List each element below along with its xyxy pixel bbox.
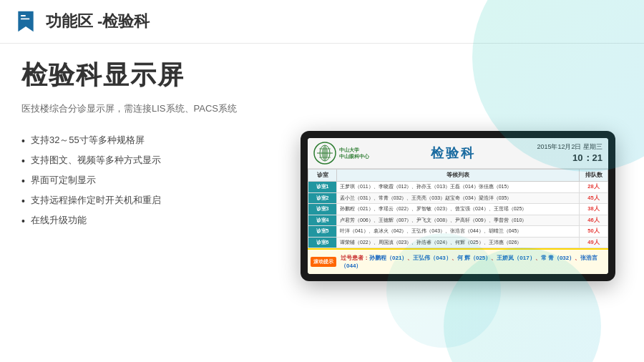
feature-item: 支持远程操作定时开关机和重启 [21,191,279,211]
section-title: 检验科显示屏 [21,58,279,93]
room-cell: 诊室2 [308,192,337,204]
logo-line1: 中山大学 [339,147,369,153]
section-desc: 医技楼综合分诊显示屏，需连接LIS系统、PACS系统 [21,100,279,117]
list-cell: 卢君芳（006）、王德辉（007）、尹飞文（008）、尹高轩（009）、季普营（… [337,215,580,226]
room-cell: 诊室5 [308,226,337,238]
bookmark-icon [14,10,37,33]
col-header-list: 等候列表 [337,170,580,182]
table-row: 诊室1王梦琪（011）、李晓霞（012）、孙亦玉（013）王磊（014）张佳惠（… [308,182,608,193]
room-cell: 诊室4 [308,215,337,226]
feature-item: 支持图文、视频等多种方式显示 [21,151,279,171]
count-cell: 49人 [580,237,608,248]
room-cell: 诊室1 [308,182,337,193]
page-title: 功能区 -检验科 [46,11,150,32]
screen-title: 检验科 [431,145,476,162]
count-cell: 50人 [580,226,608,238]
feature-item: 支持32～55寸等多种规格屏 [21,131,279,151]
count-cell: 45人 [580,192,608,204]
feature-item: 在线升级功能 [21,211,279,231]
university-logo-icon [313,142,336,165]
count-cell: 38人 [580,204,608,215]
list-cell: 孟小兰（031）、常青（032）、王亮亮（033）赵宝奇（034）梁浩洋（035… [337,192,580,204]
table-row: 诊室2孟小兰（031）、常青（032）、王亮亮（033）赵宝奇（034）梁浩洋（… [308,192,608,204]
col-header-room: 诊室 [308,170,337,182]
feature-item: 界面可定制显示 [21,171,279,191]
table-row: 诊室3孙鹏程（021）、李瑶云（022）、罗智敏（023）、曾宝强（024）、王… [308,204,608,215]
table-row: 诊室4卢君芳（006）、王德辉（007）、尹飞文（008）、尹高轩（009）、季… [308,215,608,226]
screen-logo: 中山大学 中山眼科中心 [313,142,369,165]
count-cell: 46人 [580,215,608,226]
svg-rect-0 [21,15,26,16]
svg-rect-1 [21,19,29,20]
list-cell: 孙鹏程（021）、李瑶云（022）、罗智敏（023）、曾宝强（024）、王茁瑶（… [337,204,580,215]
logo-text: 中山大学 中山眼科中心 [339,147,369,160]
room-cell: 诊室3 [308,204,337,215]
table-header-row: 诊室 等候列表 排队数 [308,170,608,182]
count-cell: 28人 [580,182,608,193]
logo-line2: 中山眼科中心 [339,153,369,160]
list-cell: 王梦琪（011）、李晓霞（012）、孙亦玉（013）王磊（014）张佳惠（015… [337,182,580,193]
left-panel: 检验科显示屏 医技楼综合分诊显示屏，需连接LIS系统、PACS系统 支持32～5… [21,58,293,347]
room-cell: 诊室6 [308,237,337,248]
feature-list: 支持32～55寸等多种规格屏支持图文、视频等多种方式显示界面可定制显示支持远程操… [21,131,279,231]
notification-badge: 滚动提示 [311,257,336,267]
